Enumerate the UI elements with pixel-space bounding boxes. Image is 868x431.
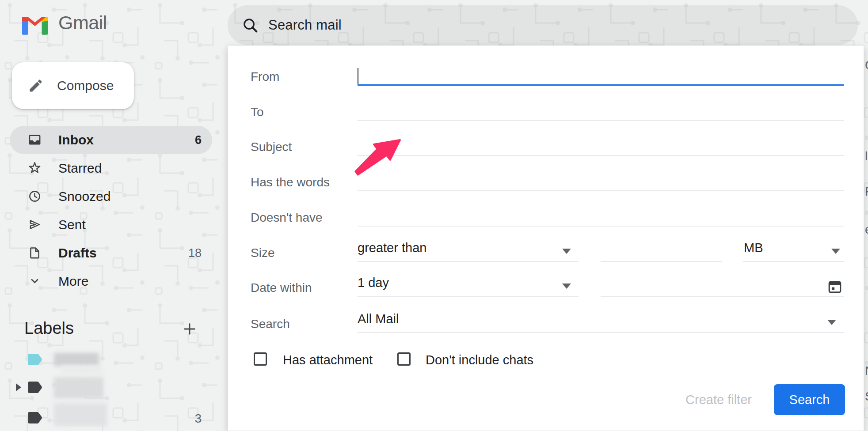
chevron-down-icon [28,274,42,288]
annotation-arrow [349,132,407,181]
sidebar-item-label: Snoozed [58,189,110,204]
size-value-underline [601,261,722,262]
edge-text-fragment: F [865,185,868,199]
expand-label-icon[interactable] [16,383,21,391]
has-attachment-label: Has attachment [283,353,373,367]
pencil-icon [28,78,44,94]
inbox-icon [28,133,42,147]
size-unit-select[interactable]: MB [743,241,844,262]
star-icon [28,161,42,175]
search-button[interactable]: Search [774,384,845,415]
edge-text-fragment: e [865,223,868,237]
redacted-label-name [54,403,107,426]
to-underline [358,120,844,121]
search-button-label: Search [789,393,830,407]
sidebar-item-label: Sent [58,217,86,232]
dropdown-arrow-icon [562,249,571,254]
label-count-badge: 3 [164,412,202,426]
clock-icon [28,189,42,203]
date-input[interactable] [601,276,844,297]
size-unit-underline [743,261,844,262]
dropdown-arrow-icon [827,320,836,325]
sidebar-item-inbox[interactable]: Inbox 6 [0,126,223,154]
search-scope-underline [358,332,844,333]
from-label: From [251,70,279,84]
label-tag-icon [28,382,42,393]
size-operator-underline [358,261,579,262]
gmail-app: Gmail Search mail Compose Inbox 6 Starre… [0,0,868,431]
sidebar-label-item-1[interactable] [0,351,223,377]
gmail-wordmark: Gmail [58,12,107,34]
doesnt-have-underline [358,226,844,227]
size-operator-select[interactable]: greater than [358,241,579,262]
dropdown-arrow-icon [562,284,571,289]
date-underline [601,296,844,297]
edge-text-fragment: N [865,364,868,378]
search-scope-label: Search [251,317,290,331]
sidebar-item-starred[interactable]: Starred [0,154,223,182]
create-filter-button[interactable]: Create filter [670,393,767,408]
search-bar[interactable]: Search mail [228,5,858,45]
subject-input[interactable] [358,135,844,156]
sidebar-item-snoozed[interactable]: Snoozed [0,182,223,211]
sidebar-item-label: Starred [58,161,102,176]
from-input[interactable] [358,64,844,86]
no-chats-checkbox[interactable] [397,352,411,366]
size-label: Size [251,246,274,260]
sidebar-item-label: Drafts [58,246,97,261]
date-range-select[interactable]: 1 day [358,276,579,297]
subject-underline [358,155,844,156]
redacted-label-name [54,377,103,398]
sidebar-item-more[interactable]: More [0,267,223,295]
create-label-button[interactable] [182,321,197,336]
has-words-input[interactable] [358,170,844,191]
sidebar-label-item-3[interactable]: 3 [0,408,223,431]
search-scope-select[interactable]: All Mail [358,312,844,333]
redacted-label-name [61,365,102,374]
drafts-count-badge: 18 [164,246,202,260]
to-label: To [251,105,264,119]
size-value-input[interactable] [601,241,722,262]
has-words-underline [358,190,844,191]
edge-text-fragment: l [865,149,868,163]
compose-label: Compose [57,78,114,93]
calendar-icon[interactable] [827,279,842,294]
subject-label: Subject [251,140,292,154]
date-within-label: Date within [251,281,312,295]
has-attachment-checkbox[interactable] [254,352,267,366]
draft-icon [28,246,42,260]
label-tag-icon [28,354,42,365]
sidebar-item-sent[interactable]: Sent [0,211,223,239]
sidebar-label-item-2[interactable] [0,379,223,405]
text-cursor [358,68,358,85]
to-input[interactable] [358,100,844,121]
search-icon [242,17,259,34]
doesnt-have-input[interactable] [358,205,844,227]
dropdown-arrow-icon [831,249,840,254]
gmail-logo-icon[interactable] [22,15,48,35]
sidebar-item-label: Inbox [58,132,94,147]
doesnt-have-label: Doesn't have [251,211,323,225]
from-focus-underline [358,84,844,86]
sidebar-item-drafts[interactable]: Drafts 18 [0,239,223,267]
label-tag-icon [28,412,42,423]
redacted-label-name [54,353,99,366]
sidebar-item-label: More [58,274,88,289]
edge-text-fragment: S [865,389,868,404]
advanced-search-panel: From To Subject Has the words Doesn't ha… [228,45,864,431]
date-range-underline [358,296,579,297]
labels-section-title: Labels [24,319,74,338]
edge-text-fragment: G [865,58,868,72]
compose-button[interactable]: Compose [12,62,134,109]
no-chats-label: Don't include chats [426,353,533,367]
search-input-placeholder: Search mail [268,17,342,33]
inbox-count-badge: 6 [164,133,202,147]
send-icon [28,218,42,231]
has-words-label: Has the words [251,175,330,189]
